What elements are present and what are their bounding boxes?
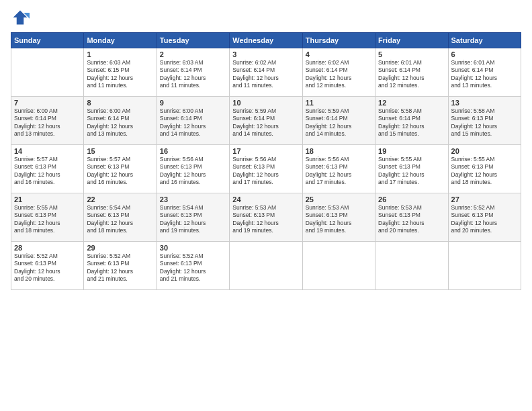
calendar-cell: 1Sunrise: 6:03 AM Sunset: 6:15 PM Daylig… bbox=[84, 48, 157, 97]
day-number: 14 bbox=[14, 147, 81, 155]
calendar-cell bbox=[448, 242, 521, 290]
calendar-cell: 8Sunrise: 6:00 AM Sunset: 6:14 PM Daylig… bbox=[84, 97, 157, 145]
day-info: Sunrise: 5:55 AM Sunset: 6:13 PM Dayligh… bbox=[451, 156, 518, 187]
day-number: 3 bbox=[232, 50, 299, 58]
col-header-friday: Friday bbox=[375, 33, 448, 48]
day-number: 27 bbox=[451, 195, 518, 203]
calendar-table: SundayMondayTuesdayWednesdayThursdayFrid… bbox=[11, 32, 521, 290]
day-info: Sunrise: 6:02 AM Sunset: 6:14 PM Dayligh… bbox=[232, 59, 299, 90]
svg-marker-0 bbox=[13, 11, 28, 25]
calendar-cell: 9Sunrise: 6:00 AM Sunset: 6:14 PM Daylig… bbox=[157, 97, 229, 145]
day-number: 7 bbox=[14, 99, 81, 107]
col-header-tuesday: Tuesday bbox=[157, 33, 229, 48]
calendar-cell: 25Sunrise: 5:53 AM Sunset: 6:13 PM Dayli… bbox=[302, 193, 375, 242]
day-info: Sunrise: 6:00 AM Sunset: 6:14 PM Dayligh… bbox=[14, 107, 81, 138]
day-number: 16 bbox=[160, 147, 226, 155]
calendar-cell: 18Sunrise: 5:56 AM Sunset: 6:13 PM Dayli… bbox=[302, 145, 375, 193]
day-number: 21 bbox=[14, 195, 81, 203]
calendar-cell: 5Sunrise: 6:01 AM Sunset: 6:14 PM Daylig… bbox=[375, 48, 448, 97]
day-number: 10 bbox=[232, 99, 299, 107]
day-info: Sunrise: 5:57 AM Sunset: 6:13 PM Dayligh… bbox=[14, 156, 81, 187]
day-info: Sunrise: 5:53 AM Sunset: 6:13 PM Dayligh… bbox=[378, 204, 445, 235]
day-number: 25 bbox=[306, 195, 372, 203]
col-header-saturday: Saturday bbox=[448, 33, 521, 48]
calendar-cell bbox=[302, 242, 375, 290]
day-number: 23 bbox=[160, 195, 226, 203]
day-number: 1 bbox=[87, 50, 153, 58]
calendar-cell: 11Sunrise: 5:59 AM Sunset: 6:14 PM Dayli… bbox=[302, 97, 375, 145]
day-number: 13 bbox=[451, 99, 518, 107]
week-row-2: 7Sunrise: 6:00 AM Sunset: 6:14 PM Daylig… bbox=[11, 97, 521, 145]
calendar-cell: 10Sunrise: 5:59 AM Sunset: 6:14 PM Dayli… bbox=[230, 97, 302, 145]
day-number: 17 bbox=[232, 147, 299, 155]
day-number: 30 bbox=[160, 244, 226, 252]
day-number: 11 bbox=[306, 99, 372, 107]
day-number: 5 bbox=[378, 50, 445, 58]
header bbox=[11, 8, 521, 27]
day-info: Sunrise: 5:56 AM Sunset: 6:13 PM Dayligh… bbox=[306, 156, 372, 187]
logo-icon bbox=[11, 8, 30, 27]
day-info: Sunrise: 5:57 AM Sunset: 6:13 PM Dayligh… bbox=[87, 156, 153, 187]
day-info: Sunrise: 5:52 AM Sunset: 6:13 PM Dayligh… bbox=[87, 253, 153, 283]
col-header-sunday: Sunday bbox=[11, 33, 84, 48]
calendar-cell: 7Sunrise: 6:00 AM Sunset: 6:14 PM Daylig… bbox=[11, 97, 84, 145]
col-header-wednesday: Wednesday bbox=[230, 33, 302, 48]
calendar-cell: 4Sunrise: 6:02 AM Sunset: 6:14 PM Daylig… bbox=[302, 48, 375, 97]
calendar-cell: 20Sunrise: 5:55 AM Sunset: 6:13 PM Dayli… bbox=[448, 145, 521, 193]
calendar-cell: 29Sunrise: 5:52 AM Sunset: 6:13 PM Dayli… bbox=[84, 242, 157, 290]
day-number: 22 bbox=[87, 195, 153, 203]
day-number: 29 bbox=[87, 244, 153, 252]
day-info: Sunrise: 5:54 AM Sunset: 6:13 PM Dayligh… bbox=[160, 204, 226, 235]
calendar-cell: 6Sunrise: 6:01 AM Sunset: 6:14 PM Daylig… bbox=[448, 48, 521, 97]
calendar-cell: 26Sunrise: 5:53 AM Sunset: 6:13 PM Dayli… bbox=[375, 193, 448, 242]
calendar-cell: 21Sunrise: 5:55 AM Sunset: 6:13 PM Dayli… bbox=[11, 193, 84, 242]
day-info: Sunrise: 6:01 AM Sunset: 6:14 PM Dayligh… bbox=[378, 59, 445, 90]
logo bbox=[11, 8, 32, 27]
col-header-monday: Monday bbox=[84, 33, 157, 48]
calendar-cell: 30Sunrise: 5:52 AM Sunset: 6:13 PM Dayli… bbox=[157, 242, 229, 290]
calendar-cell: 27Sunrise: 5:52 AM Sunset: 6:13 PM Dayli… bbox=[448, 193, 521, 242]
day-info: Sunrise: 6:01 AM Sunset: 6:14 PM Dayligh… bbox=[451, 59, 518, 90]
week-row-5: 28Sunrise: 5:52 AM Sunset: 6:13 PM Dayli… bbox=[11, 242, 521, 290]
day-info: Sunrise: 5:53 AM Sunset: 6:13 PM Dayligh… bbox=[232, 204, 299, 235]
calendar-cell: 17Sunrise: 5:56 AM Sunset: 6:13 PM Dayli… bbox=[230, 145, 302, 193]
header-row: SundayMondayTuesdayWednesdayThursdayFrid… bbox=[11, 33, 521, 48]
day-info: Sunrise: 6:00 AM Sunset: 6:14 PM Dayligh… bbox=[87, 107, 153, 138]
calendar-cell: 15Sunrise: 5:57 AM Sunset: 6:13 PM Dayli… bbox=[84, 145, 157, 193]
day-info: Sunrise: 6:02 AM Sunset: 6:14 PM Dayligh… bbox=[306, 59, 372, 90]
day-info: Sunrise: 5:55 AM Sunset: 6:13 PM Dayligh… bbox=[378, 156, 445, 187]
day-number: 15 bbox=[87, 147, 153, 155]
week-row-4: 21Sunrise: 5:55 AM Sunset: 6:13 PM Dayli… bbox=[11, 193, 521, 242]
day-info: Sunrise: 6:00 AM Sunset: 6:14 PM Dayligh… bbox=[160, 107, 226, 138]
day-number: 2 bbox=[160, 50, 226, 58]
week-row-3: 14Sunrise: 5:57 AM Sunset: 6:13 PM Dayli… bbox=[11, 145, 521, 193]
day-info: Sunrise: 6:03 AM Sunset: 6:14 PM Dayligh… bbox=[160, 59, 226, 90]
calendar-cell: 22Sunrise: 5:54 AM Sunset: 6:13 PM Dayli… bbox=[84, 193, 157, 242]
day-info: Sunrise: 5:52 AM Sunset: 6:13 PM Dayligh… bbox=[160, 253, 226, 283]
day-number: 28 bbox=[14, 244, 81, 252]
day-info: Sunrise: 5:58 AM Sunset: 6:13 PM Dayligh… bbox=[451, 107, 518, 138]
day-info: Sunrise: 5:59 AM Sunset: 6:14 PM Dayligh… bbox=[232, 107, 299, 138]
calendar-cell: 23Sunrise: 5:54 AM Sunset: 6:13 PM Dayli… bbox=[157, 193, 229, 242]
week-row-1: 1Sunrise: 6:03 AM Sunset: 6:15 PM Daylig… bbox=[11, 48, 521, 97]
calendar-cell: 12Sunrise: 5:58 AM Sunset: 6:14 PM Dayli… bbox=[375, 97, 448, 145]
day-info: Sunrise: 5:52 AM Sunset: 6:13 PM Dayligh… bbox=[14, 253, 81, 283]
col-header-thursday: Thursday bbox=[302, 33, 375, 48]
day-number: 8 bbox=[87, 99, 153, 107]
calendar-cell: 2Sunrise: 6:03 AM Sunset: 6:14 PM Daylig… bbox=[157, 48, 229, 97]
day-info: Sunrise: 5:59 AM Sunset: 6:14 PM Dayligh… bbox=[306, 107, 372, 138]
day-info: Sunrise: 5:55 AM Sunset: 6:13 PM Dayligh… bbox=[14, 204, 81, 235]
day-number: 9 bbox=[160, 99, 226, 107]
day-info: Sunrise: 5:54 AM Sunset: 6:13 PM Dayligh… bbox=[87, 204, 153, 235]
day-info: Sunrise: 5:58 AM Sunset: 6:14 PM Dayligh… bbox=[378, 107, 445, 138]
day-number: 12 bbox=[378, 99, 445, 107]
day-number: 20 bbox=[451, 147, 518, 155]
calendar-cell bbox=[11, 48, 84, 97]
day-info: Sunrise: 5:53 AM Sunset: 6:13 PM Dayligh… bbox=[306, 204, 372, 235]
day-info: Sunrise: 5:56 AM Sunset: 6:13 PM Dayligh… bbox=[232, 156, 299, 187]
day-number: 6 bbox=[451, 50, 518, 58]
day-info: Sunrise: 5:52 AM Sunset: 6:13 PM Dayligh… bbox=[451, 204, 518, 235]
day-number: 26 bbox=[378, 195, 445, 203]
day-number: 18 bbox=[306, 147, 372, 155]
calendar-cell: 28Sunrise: 5:52 AM Sunset: 6:13 PM Dayli… bbox=[11, 242, 84, 290]
